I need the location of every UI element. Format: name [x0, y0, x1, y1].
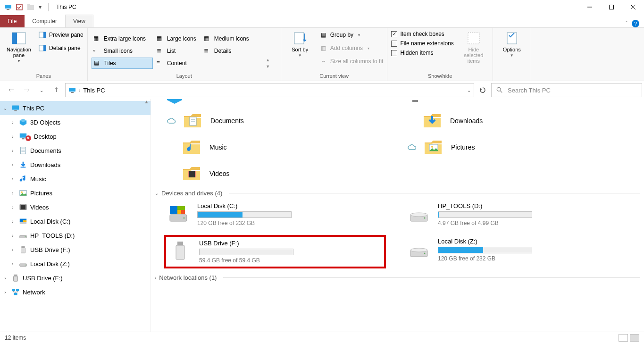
tree-item[interactable]: ›Local Disk (C:) [0, 214, 151, 228]
drive-item[interactable]: Local Disk (C:)120 GB free of 232 GB [164, 200, 386, 229]
chevron-right-icon[interactable]: › [9, 219, 16, 224]
svg-rect-39 [20, 219, 23, 222]
back-button[interactable]: 🡐 [5, 84, 18, 97]
list-item[interactable] [405, 99, 627, 107]
drive-item[interactable]: Local Disk (Z:)120 GB free of 232 GB [405, 235, 627, 268]
network-locations-header[interactable]: › Network locations (1) [155, 271, 640, 284]
chevron-right-icon[interactable]: › [9, 261, 16, 267]
size-all-columns-button[interactable]: ↔Size all columns to fit [320, 56, 384, 67]
chevron-right-icon[interactable]: › [79, 88, 80, 93]
file-ext-toggle[interactable]: File name extensions [391, 40, 453, 47]
details-pane-button[interactable]: Details pane [39, 43, 84, 53]
window-title: This PC [54, 4, 76, 10]
folder-item[interactable]: Pictures [423, 137, 475, 158]
navigation-pane-button[interactable]: Navigation pane ▼ [4, 30, 34, 63]
doc-icon [19, 146, 27, 155]
layout-content[interactable]: ≡Content [155, 58, 200, 69]
options-button[interactable]: Options ▼ [497, 30, 527, 58]
address-dropdown-icon[interactable]: ⌄ [467, 88, 471, 93]
chevron-right-icon[interactable]: › [9, 247, 16, 252]
tree-item[interactable]: ›Pictures [0, 186, 151, 200]
tree-usb-outer[interactable]: ›USB Drive (F:) [0, 271, 151, 285]
refresh-button[interactable] [476, 84, 489, 97]
tree-item[interactable]: ›Documents [0, 143, 151, 158]
preview-pane-button[interactable]: Preview pane [39, 30, 84, 40]
details-view-button[interactable] [619, 334, 628, 342]
chevron-right-icon[interactable]: › [9, 162, 16, 167]
tree-item[interactable]: ›Local Disk (Z:) [0, 257, 151, 271]
layout-details[interactable]: ≣Details [202, 45, 263, 57]
tab-file[interactable]: File [0, 15, 25, 27]
chevron-down-icon: ⌄ [155, 191, 159, 196]
drive-item[interactable]: USB Drive (F:)59.4 GB free of 59.4 GB [164, 235, 386, 268]
chevron-right-icon[interactable]: › [9, 134, 16, 139]
tree-network[interactable]: ›Network [0, 285, 151, 299]
breadcrumb-this-pc[interactable]: This PC [83, 87, 105, 94]
status-item-count: 12 items [5, 335, 26, 341]
folder-item[interactable]: Downloads [422, 110, 483, 131]
usb-icon [19, 245, 27, 254]
chevron-right-icon[interactable]: › [9, 120, 16, 125]
tree-item[interactable]: ›USB Drive (F:) [0, 243, 151, 257]
pc-crumb-icon [68, 86, 76, 94]
svg-rect-74 [177, 242, 183, 245]
chevron-right-icon[interactable]: › [9, 148, 16, 153]
svg-rect-0 [5, 5, 11, 8]
add-columns-button[interactable]: ▥Add columns▾ [320, 43, 384, 53]
layout-small[interactable]: ▫Small icons [92, 45, 153, 57]
svg-rect-14 [43, 45, 46, 51]
tree-item[interactable]: ›3D Objects [0, 115, 151, 129]
tree-item[interactable]: ›Downloads [0, 158, 151, 172]
tree-item[interactable]: ›Music [0, 172, 151, 186]
layout-list[interactable]: ≣List [155, 45, 200, 57]
layout-tiles[interactable]: ▤Tiles [92, 58, 153, 69]
tree-item[interactable]: ›✕Desktop [0, 129, 151, 143]
recent-button[interactable]: ⌄ [35, 84, 48, 97]
tiles-view-button[interactable] [630, 334, 639, 342]
hidden-items-toggle[interactable]: Hidden items [391, 50, 453, 56]
newfolder-qat-icon[interactable] [26, 3, 35, 11]
chevron-right-icon[interactable]: › [2, 276, 8, 281]
maximize-button[interactable] [601, 0, 622, 14]
address-field[interactable]: › This PC ⌄ [65, 83, 474, 97]
forward-button[interactable]: 🡒 [20, 84, 33, 97]
scrollbar-up-icon[interactable]: ▲ [144, 99, 149, 104]
close-button[interactable] [622, 0, 644, 14]
sort-by-button[interactable]: Sort by ▼ [285, 30, 315, 58]
folder-item[interactable]: Documents [182, 110, 244, 131]
layout-large[interactable]: ▦Large icons [155, 33, 200, 44]
svg-rect-37 [25, 205, 27, 210]
addressbar: 🡐 🡒 ⌄ 🡑 › This PC ⌄ Search This PC [0, 81, 644, 99]
ribbon-collapse-icon[interactable]: ˄ [625, 20, 628, 27]
group-by-button[interactable]: ▤Group by▾ [320, 30, 384, 40]
folder-item[interactable]: Videos [181, 163, 230, 184]
layout-extra-large[interactable]: ▦Extra large icons [92, 33, 153, 44]
tree-this-pc[interactable]: ⌄This PC [0, 101, 151, 115]
tab-computer[interactable]: Computer [25, 15, 65, 27]
properties-qat-icon[interactable] [15, 3, 24, 11]
disk-c-drive-icon [167, 202, 190, 225]
minimize-button[interactable] [579, 0, 601, 14]
tab-view[interactable]: View [65, 15, 93, 27]
tree-item[interactable]: ›Videos [0, 200, 151, 214]
item-checkboxes-toggle[interactable]: Item check boxes [391, 31, 453, 37]
help-icon[interactable]: ? [632, 20, 639, 27]
search-input[interactable]: Search This PC [491, 83, 642, 97]
devices-header[interactable]: ⌄ Devices and drives (4) [155, 187, 640, 200]
list-item[interactable] [164, 99, 386, 107]
chevron-right-icon[interactable]: › [9, 176, 16, 182]
tree-item-label: Pictures [30, 190, 52, 197]
chevron-right-icon[interactable]: › [9, 191, 16, 196]
chevron-right-icon[interactable]: › [9, 205, 16, 210]
qat-dropdown-icon[interactable]: ▾ [38, 3, 42, 11]
chevron-right-icon[interactable]: › [2, 290, 8, 295]
hide-selected-button[interactable]: Hide selected items [459, 30, 489, 64]
chevron-down-icon[interactable]: ⌄ [2, 106, 8, 111]
chevron-right-icon[interactable]: › [9, 233, 16, 238]
folder-item[interactable]: Music [181, 137, 227, 158]
up-button[interactable]: 🡑 [50, 84, 63, 97]
svg-point-78 [410, 248, 427, 252]
tree-item[interactable]: ›HP_TOOLS (D:) [0, 228, 151, 243]
layout-medium[interactable]: ▦Medium icons [202, 33, 263, 44]
drive-item[interactable]: HP_TOOLS (D:)4.97 GB free of 4.99 GB [405, 200, 627, 229]
